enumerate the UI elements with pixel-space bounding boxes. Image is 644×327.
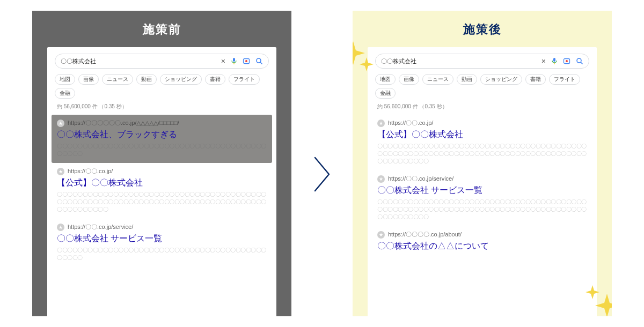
tab-maps[interactable]: 地図 <box>375 74 396 85</box>
svg-rect-0 <box>233 58 235 62</box>
tab-videos[interactable]: 動画 <box>136 74 157 85</box>
search-icon[interactable] <box>255 57 263 65</box>
tab-maps[interactable]: 地図 <box>55 74 75 85</box>
clear-icon[interactable]: × <box>221 57 225 65</box>
result-title[interactable]: 〇〇株式会社 サービス一覧 <box>377 185 587 196</box>
search-query: 〇〇株式会社 <box>381 57 536 65</box>
tab-news[interactable]: ニュース <box>422 74 453 85</box>
search-icons: × <box>541 57 583 65</box>
search-result[interactable]: ★ https://〇〇.co.jp/ 【公式】〇〇株式会社 〇〇〇〇〇〇〇〇〇… <box>375 115 589 170</box>
panel-before-title: 施策前 <box>47 21 276 38</box>
search-query: 〇〇株式会社 <box>61 57 216 65</box>
search-bar[interactable]: 〇〇株式会社 × <box>55 54 269 69</box>
arrow-icon <box>313 155 331 193</box>
result-snippet: 〇〇〇〇〇〇〇〇〇〇〇〇〇〇〇〇〇〇〇〇〇〇〇〇〇〇〇〇〇〇〇〇〇〇〇〇〇〇〇〇… <box>57 247 267 262</box>
result-title[interactable]: 〇〇株式会社の△△について <box>377 241 587 252</box>
tab-news[interactable]: ニュース <box>102 74 133 85</box>
result-snippet: 〇〇〇〇〇〇〇〇〇〇〇〇〇〇〇〇〇〇〇〇〇〇〇〇〇〇〇〇〇〇〇〇〇〇〇〇〇〇〇〇… <box>377 198 587 221</box>
result-url: https://〇〇.co.jp/service/ <box>68 223 133 231</box>
svg-point-10 <box>577 58 581 63</box>
panel-after-title: 施策後 <box>368 21 597 38</box>
panel-after: 施策後 〇〇株式会社 × <box>353 11 612 316</box>
panel-before: 施策前 〇〇株式会社 × 地図 <box>32 11 291 316</box>
favicon-icon: ★ <box>377 120 385 127</box>
search-tabs: 地図 画像 ニュース 動画 ショッピング 書籍 フライト 金融 <box>375 74 589 99</box>
image-search-icon[interactable] <box>243 57 250 65</box>
svg-point-4 <box>257 58 261 63</box>
result-stats: 約 56,600,000 件 （0.35 秒） <box>377 103 589 110</box>
result-snippet: 〇〇〇〇〇〇〇〇〇〇〇〇〇〇〇〇〇〇〇〇〇〇〇〇〇〇〇〇〇〇〇〇〇〇〇〇〇〇〇〇… <box>377 143 587 165</box>
favicon-icon: ★ <box>377 175 385 183</box>
tab-flights[interactable]: フライト <box>229 74 260 85</box>
search-result[interactable]: ★ https://〇〇〇〇.co.jp/about/ 〇〇株式会社の△△につい… <box>375 226 589 259</box>
result-title[interactable]: 【公式】〇〇株式会社 <box>57 177 267 189</box>
result-url: https://〇〇〇〇〇〇.co.jp/△△△△△/□□□□□/ <box>68 119 179 127</box>
svg-line-5 <box>260 62 262 64</box>
svg-rect-6 <box>553 58 555 62</box>
tab-videos[interactable]: 動画 <box>457 74 477 85</box>
favicon-icon: ★ <box>57 224 64 231</box>
result-stats: 約 56,600,000 件 （0.35 秒） <box>57 103 269 110</box>
search-result-negative[interactable]: ★ https://〇〇〇〇〇〇.co.jp/△△△△△/□□□□□/ 〇〇株式… <box>52 115 272 163</box>
search-tabs: 地図 画像 ニュース 動画 ショッピング 書籍 フライト 金融 <box>55 74 269 99</box>
result-url: https://〇〇.co.jp/ <box>388 119 433 127</box>
favicon-icon: ★ <box>377 231 385 239</box>
svg-line-11 <box>581 62 583 64</box>
search-result[interactable]: ★ https://〇〇.co.jp/service/ 〇〇株式会社 サービス一… <box>375 170 589 226</box>
search-result[interactable]: ★ https://〇〇.co.jp/service/ 〇〇株式会社 サービス一… <box>55 219 269 267</box>
search-bar[interactable]: 〇〇株式会社 × <box>375 54 589 69</box>
tab-finance[interactable]: 金融 <box>375 88 396 99</box>
tab-books[interactable]: 書籍 <box>525 74 546 85</box>
result-snippet: 〇〇〇〇〇〇〇〇〇〇〇〇〇〇〇〇〇〇〇〇〇〇〇〇〇〇〇〇〇〇〇〇〇〇〇〇〇〇〇〇… <box>57 143 267 158</box>
tab-finance[interactable]: 金融 <box>55 88 75 99</box>
tab-flights[interactable]: フライト <box>549 74 580 85</box>
search-result[interactable]: ★ https://〇〇.co.jp/ 【公式】〇〇株式会社 〇〇〇〇〇〇〇〇〇… <box>55 163 269 219</box>
favicon-icon: ★ <box>57 168 64 175</box>
result-url: https://〇〇.co.jp/service/ <box>388 175 453 183</box>
svg-point-9 <box>566 60 568 62</box>
comparison-stage: 施策前 〇〇株式会社 × 地図 <box>0 0 644 327</box>
image-search-icon[interactable] <box>563 57 570 65</box>
tab-images[interactable]: 画像 <box>78 74 99 85</box>
result-url: https://〇〇〇〇.co.jp/about/ <box>388 231 462 239</box>
result-title[interactable]: 〇〇株式会社、ブラックすぎる <box>57 129 267 140</box>
search-icon[interactable] <box>576 57 583 65</box>
result-url: https://〇〇.co.jp/ <box>68 167 113 175</box>
tab-shopping[interactable]: ショッピング <box>160 74 202 85</box>
serp-before: 〇〇株式会社 × 地図 画像 ニュース <box>47 47 276 316</box>
sparkle-icon <box>583 284 612 316</box>
favicon-icon: ★ <box>57 120 64 127</box>
tab-shopping[interactable]: ショッピング <box>480 74 522 85</box>
search-icons: × <box>221 57 263 65</box>
result-snippet: 〇〇〇〇〇〇〇〇〇〇〇〇〇〇〇〇〇〇〇〇〇〇〇〇〇〇〇〇〇〇〇〇〇〇〇〇〇〇〇〇… <box>57 191 267 213</box>
sparkle-icon <box>353 39 377 76</box>
tab-books[interactable]: 書籍 <box>205 74 225 85</box>
clear-icon[interactable]: × <box>541 57 546 65</box>
voice-search-icon[interactable] <box>231 57 237 65</box>
voice-search-icon[interactable] <box>551 57 558 65</box>
tab-images[interactable]: 画像 <box>399 74 419 85</box>
result-title[interactable]: 〇〇株式会社 サービス一覧 <box>57 233 267 244</box>
serp-after: 〇〇株式会社 × 地図 画像 ニュース <box>368 47 597 316</box>
svg-point-3 <box>245 60 247 62</box>
result-title[interactable]: 【公式】〇〇株式会社 <box>377 129 587 140</box>
